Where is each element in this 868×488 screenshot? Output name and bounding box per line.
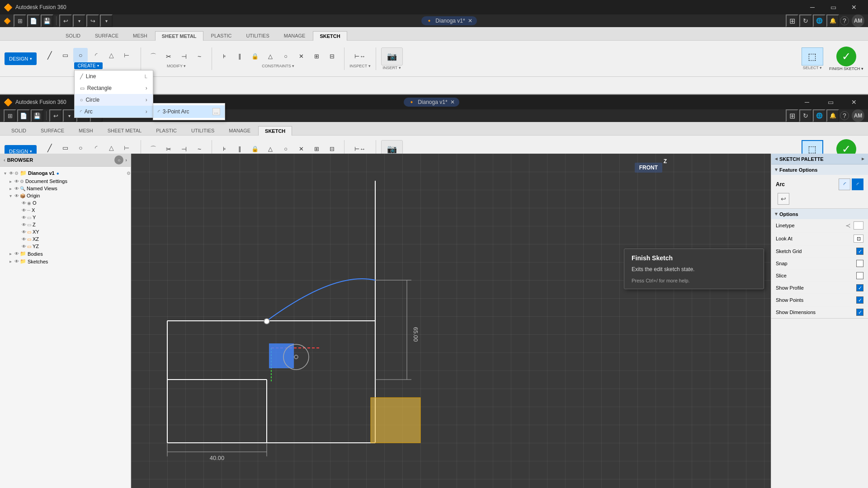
tab-solid-2[interactable]: SOLID [5, 126, 33, 135]
tool-dim[interactable]: ⊢↔ [353, 49, 367, 64]
tool-line-2[interactable]: ╱ [42, 141, 57, 155]
browser-back-icon[interactable]: ‹ [4, 157, 5, 163]
window1-close[interactable]: ✕ [468, 18, 472, 24]
tab-surface-2[interactable]: SURFACE [34, 126, 71, 135]
menu-grid-btn-2[interactable]: ⊞ [4, 109, 16, 122]
tool-c5[interactable]: ✕ [294, 49, 308, 64]
close-btn[interactable]: ✕ [844, 0, 864, 14]
refresh-btn[interactable]: ↻ [799, 14, 812, 27]
tree-item-x[interactable]: 👁 ─ X [0, 206, 131, 214]
tool-arc-2[interactable]: ◜ [89, 141, 103, 155]
maximize-btn-2[interactable]: ▭ [820, 95, 841, 109]
tree-item-doc-settings[interactable]: ▸ 👁 ⚙ Document Settings [0, 178, 131, 185]
bell-btn-2[interactable]: 🔔 [826, 109, 839, 122]
tool-fillet[interactable]: ⌒ [146, 49, 160, 64]
minimize-btn-2[interactable]: ─ [797, 95, 817, 109]
tree-item-bodies[interactable]: ▸ 👁 📁 Bodies [0, 250, 131, 258]
window2-close[interactable]: ✕ [450, 99, 455, 105]
feature-options-header[interactable]: ▾ Feature Options [771, 164, 868, 175]
new-btn[interactable]: 📄 [27, 14, 40, 27]
show-dimensions-checkbox[interactable]: ✓ [856, 309, 863, 316]
tool-extra1-top[interactable]: ⊢ [119, 48, 134, 62]
tab-utilities-2[interactable]: UTILITIES [184, 126, 221, 135]
undo-arrow-btn[interactable]: ▾ [73, 14, 85, 27]
redo-btn[interactable]: ↪ [86, 14, 99, 27]
palette-expand-icon[interactable]: ▸ [862, 156, 864, 162]
tree-item-o[interactable]: 👁 ◉ O [0, 199, 131, 206]
tab-sheet-metal-top[interactable]: SHEET METAL [155, 31, 203, 41]
browser-options-btn[interactable]: ○ [114, 155, 123, 164]
create-btn-top[interactable]: CREATE ▾ [74, 62, 103, 69]
browser-collapse-icon[interactable]: › [125, 157, 127, 163]
tool-lock[interactable]: 🔒 [248, 49, 262, 64]
finish-sketch-top[interactable]: ✓ FINISH SKETCH ▾ [829, 47, 863, 71]
tool-rect-top[interactable]: ▭ [58, 48, 72, 62]
tab-manage-2[interactable]: MANAGE [222, 126, 257, 135]
show-profile-checkbox[interactable]: ✓ [856, 284, 863, 291]
tool-line-top[interactable]: ╱ [42, 48, 57, 62]
close-btn-2[interactable]: ✕ [844, 95, 864, 109]
tool-c4[interactable]: ○ [278, 49, 293, 64]
undo-btn[interactable]: ↩ [59, 14, 72, 27]
tab-solid-top[interactable]: SOLID [59, 31, 87, 40]
undo-btn-2[interactable]: ↩ [49, 109, 62, 122]
linetype-box[interactable] [854, 221, 863, 230]
tool-c2[interactable]: ‖ [232, 49, 247, 64]
globe-btn-2[interactable]: 🌐 [813, 109, 826, 122]
tool-circle-2[interactable]: ○ [73, 141, 88, 155]
redo-arrow-btn[interactable]: ▾ [100, 14, 113, 27]
tree-item-y[interactable]: 👁 ▭ Y [0, 214, 131, 221]
new-window-btn-2[interactable]: ⊞ [786, 109, 798, 122]
save-btn[interactable]: 💾 [41, 14, 53, 27]
dropdown-item-rectangle[interactable]: ▭ Rectangle › [75, 82, 153, 94]
tree-item-named-views[interactable]: ▸ 👁 🔍 Named Views [0, 185, 131, 192]
tab-sketch-top[interactable]: SKETCH [313, 31, 347, 41]
menu-grid-btn[interactable]: ⊞ [14, 14, 26, 27]
tool-rect-2[interactable]: ▭ [58, 141, 72, 155]
dropdown-item-arc[interactable]: ◜ Arc › [75, 106, 153, 117]
tab-utilities-top[interactable]: UTILITIES [239, 31, 276, 40]
select-btn[interactable]: ⬚ [802, 47, 823, 66]
tree-item-xz[interactable]: 👁 ▭ XZ [0, 235, 131, 243]
refresh-btn-2[interactable]: ↻ [799, 109, 812, 122]
save-btn-2[interactable]: 💾 [31, 109, 43, 122]
tool-trim[interactable]: ✂ [161, 49, 176, 64]
tab-mesh-2[interactable]: MESH [72, 126, 100, 135]
tool-c6[interactable]: ⊞ [309, 49, 324, 64]
help-btn-2[interactable]: ? [840, 111, 849, 120]
sketch-grid-checkbox[interactable]: ✓ [856, 248, 863, 255]
tree-item-sketches[interactable]: ▸ 👁 📁 Sketches [0, 258, 131, 265]
maximize-btn[interactable]: ▭ [823, 0, 844, 14]
arc-3point-item[interactable]: ◜ 3-Point Arc ... [153, 105, 225, 118]
dropdown-item-circle[interactable]: ○ Circle › [75, 94, 153, 106]
tab-mesh-top[interactable]: MESH [126, 31, 154, 40]
tree-item-xy[interactable]: 👁 ▭ XY [0, 228, 131, 235]
arc-type-3pt[interactable]: ◜ [839, 178, 850, 190]
tool-circle-top[interactable]: ○ [73, 48, 88, 62]
tree-item-origin[interactable]: ▾ 👁 📦 Origin [0, 192, 131, 199]
linetype-icon1[interactable]: ≺ [845, 222, 851, 229]
tab-plastic-top[interactable]: PLASTIC [204, 31, 239, 40]
insert-btn[interactable]: 📷 [381, 47, 403, 66]
show-points-checkbox[interactable]: ✓ [856, 296, 863, 304]
palette-collapse-icon[interactable]: ◂ [775, 156, 778, 162]
design-btn-top[interactable]: DESIGN▾ [5, 52, 37, 65]
slice-checkbox[interactable] [856, 272, 863, 279]
tool-c1[interactable]: ⊧ [217, 49, 231, 64]
dropdown-item-line[interactable]: ╱ Line L [75, 70, 153, 82]
new-window-btn[interactable]: ⊞ [786, 14, 798, 27]
arc-undo-icon[interactable]: ↩ [778, 193, 789, 205]
minimize-btn[interactable]: ─ [802, 0, 823, 14]
tree-item-yz[interactable]: 👁 ▭ YZ [0, 243, 131, 250]
help-btn[interactable]: ? [840, 16, 849, 25]
tab-surface-top[interactable]: SURFACE [88, 31, 125, 40]
tool-extra1-2[interactable]: ⊢ [119, 141, 134, 155]
tool-spline[interactable]: ~ [192, 49, 207, 64]
new-btn-2[interactable]: 📄 [17, 109, 30, 122]
tree-item-root[interactable]: ▾ 👁 ⚙ 📁 Dianoga v1 ● ⚙ [0, 169, 131, 178]
tab-sheet-metal-2[interactable]: SHEET METAL [101, 126, 148, 135]
tool-extend[interactable]: ⊣ [177, 49, 191, 64]
tool-c7[interactable]: ⊟ [325, 49, 339, 64]
tool-c3[interactable]: △ [263, 49, 278, 64]
snap-checkbox[interactable] [856, 260, 863, 267]
